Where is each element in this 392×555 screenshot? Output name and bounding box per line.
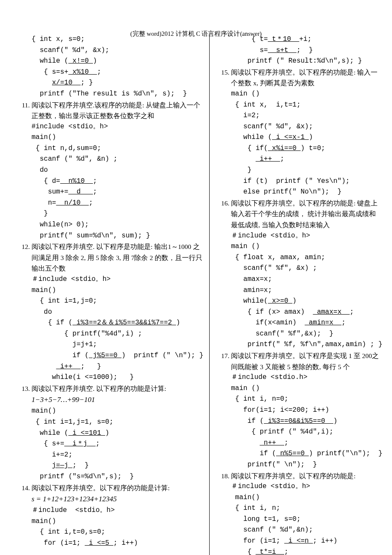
q15: 15. 阅读以下程序并填空。以下程序的功能是: 输入一个整数 x, 判断其是否为… [216, 67, 382, 198]
q17-desc: 阅读以下程序并填空。以下程序是实现 1 至 200之间既能被 3 又能被 5 整… [231, 350, 382, 372]
q12-num: 12. [16, 241, 32, 252]
left-column: { int x, s=0; scanf(" %d", &x); while ( … [13, 34, 210, 555]
q11: 11. 阅读以下程序并填空.该程序的功能是: 从键盘上输入一个正整数，输出显示该… [16, 100, 203, 242]
q10-code: { int x, s=0; scanf(" %d", &x); while ( … [32, 34, 203, 100]
q16: 16. 阅读以下程序并填空。以下程序的功能是: 键盘上输入若干个学生的成绩， 统… [216, 198, 382, 350]
q16-num: 16. [216, 198, 231, 209]
q13-formula: 1−3+5−7…+99−101 [32, 394, 203, 406]
q11-desc: 阅读以下程序并填空.该程序的功能是: 从键盘上输入一个正整数，输出显示该正整数各… [32, 100, 203, 121]
q17-code: ＃include <stdio.h> main () { int i, n=0;… [231, 372, 382, 470]
q18-code: ＃include <stdio。h> main() { int i, n; lo… [231, 481, 382, 555]
q18-desc: 阅读以下程序并填空。以下程序的功能是: [231, 471, 382, 482]
q13-num: 13. [16, 383, 32, 394]
q13-desc: 阅读以下程序并填空. 以下程序的功能是计算: [32, 383, 203, 394]
q12-code: ＃include <stdio。h> main() { int i=1,j=0;… [32, 274, 203, 383]
q16-desc: 阅读以下程序并填空。以下程序的功能是: 键盘上输入若干个学生的成绩， 统计并输出… [231, 198, 382, 231]
q14b-code: { t= t＊10 +i; s= s+t ; } printf (" Resul… [231, 34, 382, 67]
q14-num: 14. [16, 483, 32, 494]
q14-desc: 阅读以下程序并填空。以下程序的功能是计算: [32, 483, 203, 494]
q14-code: ＃include <stdio。h> main() { int i,t=0,s=… [32, 505, 203, 549]
q13-code: main() { int i=1,j=1, s=0; while ( i <=1… [32, 406, 203, 482]
q18-num: 18. [216, 471, 231, 482]
q14: 14. 阅读以下程序并填空。以下程序的功能是计算: s = 1+12+123+1… [16, 483, 203, 549]
q15-num: 15. [216, 67, 231, 78]
q18: 18. 阅读以下程序并填空。以下程序的功能是: ＃include <stdio。… [216, 471, 382, 555]
q12: 12. 阅读以下程序并填空. 以下程序是功能是: 输出1～1000 之间满足用 … [16, 241, 203, 383]
right-column: { t= t＊10 +i; s= s+t ; } printf (" Resul… [210, 34, 386, 555]
q13: 13. 阅读以下程序并填空. 以下程序的功能是计算: 1−3+5−7…+99−1… [16, 383, 203, 483]
q16-code: ＃include <stdio。h> main () { float x, am… [231, 231, 382, 351]
two-column-layout: { int x, s=0; scanf(" %d", &x); while ( … [13, 34, 383, 555]
q12-desc: 阅读以下程序并填空. 以下程序是功能是: 输出1～1000 之间满足用 3 除余… [32, 241, 203, 274]
q15-code: main () { int x, i,t=1; i=2; scanf(" %d"… [231, 89, 382, 198]
q11-code: #include <stdio。h> main() { int n,d,sum=… [32, 121, 203, 242]
q15-desc: 阅读以下程序并填空。以下程序的功能是: 输入一个整数 x, 判断其是否为素数 [231, 67, 382, 89]
q14-formula: s = 1+12+123+1234+12345 [32, 493, 203, 505]
q11-num: 11. [16, 100, 32, 111]
q17-num: 17. [216, 350, 231, 361]
q17: 17. 阅读以下程序并填空。以下程序是实现 1 至 200之间既能被 3 又能被… [216, 350, 382, 470]
